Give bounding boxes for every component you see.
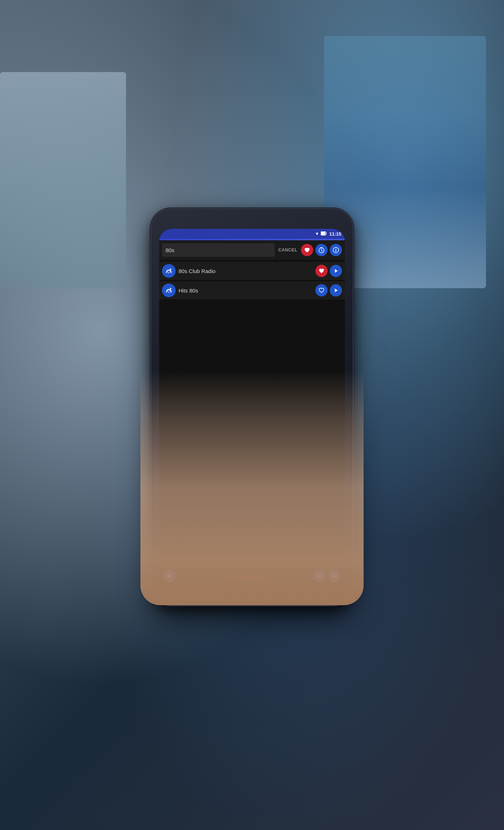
station-icon-button-1[interactable] (162, 264, 176, 278)
battery-icon (321, 231, 327, 237)
search-bar: CANCEL (159, 240, 345, 260)
wifi-icon: ▼ (315, 231, 319, 236)
station-favorite-button-1[interactable] (315, 265, 328, 277)
station-play-button-2[interactable] (330, 284, 342, 296)
app-content: CANCEL (159, 239, 345, 585)
svg-marker-8 (335, 269, 338, 273)
svg-point-6 (168, 272, 170, 273)
skip-forward-button[interactable] (328, 570, 341, 583)
search-input[interactable] (162, 243, 275, 257)
status-time: 11:15 (329, 231, 341, 237)
phone-screen: ▼ 11:15 (159, 229, 345, 585)
station-item: Hits 80s (159, 281, 345, 299)
svg-marker-15 (333, 574, 336, 579)
svg-marker-11 (335, 289, 338, 292)
svg-rect-16 (336, 574, 337, 579)
station-favorite-button-2[interactable] (315, 284, 328, 296)
svg-point-9 (168, 292, 170, 293)
svg-rect-2 (321, 232, 325, 235)
favorite-toolbar-button[interactable] (301, 244, 313, 256)
info-toolbar-button[interactable] (330, 244, 342, 256)
bg-monitor-left (0, 72, 126, 288)
skip-back-button[interactable] (313, 570, 325, 583)
svg-point-5 (336, 249, 336, 249)
svg-rect-14 (317, 574, 318, 579)
station-name-1: 80s Club Radio (179, 268, 312, 274)
station-actions-1 (315, 265, 342, 277)
station-actions-2 (315, 284, 342, 296)
station-play-button-1[interactable] (330, 265, 342, 277)
volume-button[interactable] (163, 570, 176, 583)
cancel-button[interactable]: CANCEL (277, 247, 299, 253)
station-name-2: Hits 80s (179, 287, 312, 294)
status-bar: ▼ 11:15 (159, 229, 345, 239)
phone-body: ▼ 11:15 (151, 209, 353, 605)
svg-rect-10 (170, 288, 171, 290)
station-icon-button-2[interactable] (162, 284, 176, 297)
now-playing-label: 80s Club Radio (179, 574, 310, 579)
station-item: 80s Club Radio (159, 262, 345, 280)
timer-toolbar-button[interactable] (315, 244, 328, 256)
svg-marker-13 (318, 574, 321, 579)
station-list: 80s Club Radio (159, 260, 345, 303)
svg-rect-1 (326, 232, 327, 234)
svg-marker-12 (167, 574, 170, 579)
status-icons: ▼ 11:15 (315, 231, 341, 237)
bottom-player: 80s Club Radio (159, 567, 345, 585)
phone-wrapper: ▼ 11:15 (151, 209, 353, 605)
svg-rect-7 (170, 268, 171, 271)
